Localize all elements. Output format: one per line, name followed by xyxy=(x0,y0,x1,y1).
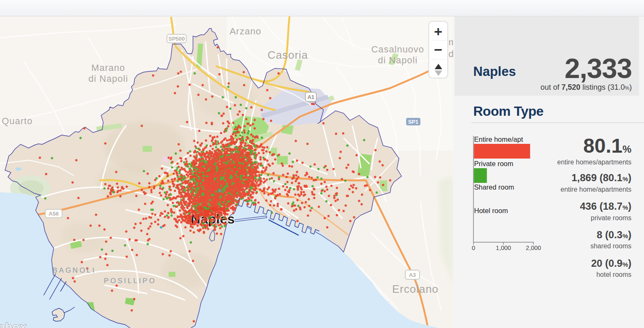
svg-text:Marano: Marano xyxy=(91,62,125,73)
svg-text:d': d' xyxy=(448,49,453,59)
svg-text:A1: A1 xyxy=(308,94,315,100)
svg-text:A3: A3 xyxy=(409,272,416,278)
svg-text:Arzano: Arzano xyxy=(229,26,261,36)
svg-text:SP1: SP1 xyxy=(408,119,419,125)
svg-text:SP500: SP500 xyxy=(168,36,185,42)
svg-text:Private room: Private room xyxy=(474,160,514,167)
svg-text:Shared room: Shared room xyxy=(474,183,514,191)
svg-text:2,000: 2,000 xyxy=(526,245,541,251)
svg-text:0: 0 xyxy=(472,245,475,251)
svg-text:Entire home/apt: Entire home/apt xyxy=(474,135,523,143)
svg-text:POSILLIPO: POSILLIPO xyxy=(104,277,156,285)
svg-text:Ercolano: Ercolano xyxy=(392,283,439,295)
svg-text:A56: A56 xyxy=(49,211,59,217)
svg-text:BAGNOLI: BAGNOLI xyxy=(52,266,96,274)
svg-text:Quarto: Quarto xyxy=(2,116,32,126)
svg-text:di Napoli: di Napoli xyxy=(89,73,128,84)
svg-text:Casoria: Casoria xyxy=(268,49,308,61)
svg-text:1,000: 1,000 xyxy=(496,245,511,251)
svg-text:Casalnuovo: Casalnuovo xyxy=(371,44,424,55)
svg-text:di Napoli: di Napoli xyxy=(378,55,418,65)
svg-text:Hotel room: Hotel room xyxy=(474,207,508,214)
svg-text:mapbox: mapbox xyxy=(0,321,27,328)
svg-text:m: m xyxy=(448,37,453,47)
